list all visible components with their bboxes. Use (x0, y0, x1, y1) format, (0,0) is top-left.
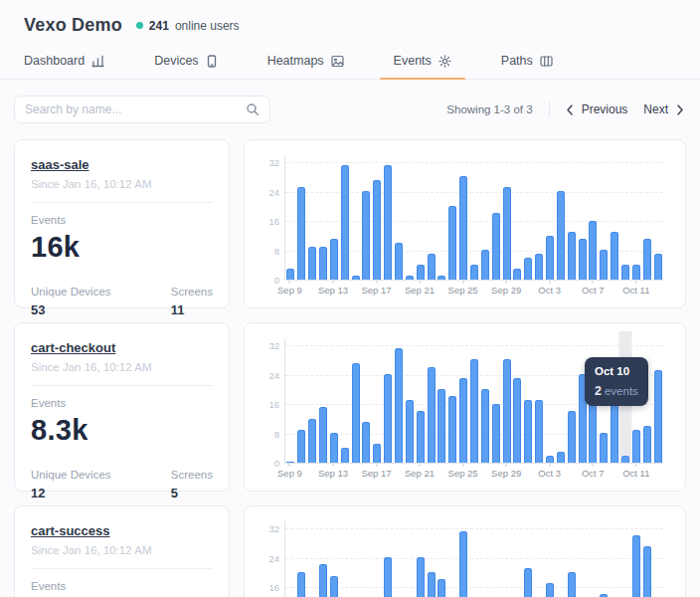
bar-slot[interactable] (631, 521, 642, 597)
bar-slot[interactable] (328, 521, 339, 597)
bar[interactable] (428, 572, 436, 597)
bar-slot[interactable] (555, 155, 566, 280)
bar[interactable] (481, 250, 489, 280)
bar-slot[interactable] (652, 155, 663, 280)
bar-slot[interactable] (458, 155, 469, 280)
bar[interactable] (417, 411, 425, 463)
bar[interactable] (557, 452, 565, 463)
bar-slot[interactable] (577, 521, 588, 597)
tab-devices[interactable]: Devices (140, 45, 231, 79)
bar-slot[interactable] (415, 338, 426, 463)
bar-slot[interactable] (350, 338, 361, 463)
bar-slot[interactable] (404, 521, 415, 597)
bar[interactable] (632, 265, 640, 280)
bar[interactable] (654, 254, 662, 280)
bar[interactable] (286, 462, 294, 463)
bar-slot[interactable] (307, 338, 318, 463)
bar-slot[interactable] (404, 338, 415, 463)
bar[interactable] (448, 206, 456, 280)
bar-slot[interactable] (285, 155, 296, 280)
bar-slot[interactable] (458, 338, 469, 463)
bar[interactable] (286, 269, 294, 280)
bar-slot[interactable] (350, 521, 361, 597)
bar[interactable] (438, 276, 445, 280)
bar[interactable] (589, 221, 597, 280)
bar[interactable] (568, 411, 576, 463)
tab-events[interactable]: Events (380, 45, 465, 79)
bar[interactable] (524, 400, 532, 463)
bar-slot[interactable] (318, 521, 329, 597)
bar-slot[interactable] (350, 155, 361, 280)
bar-slot[interactable] (652, 521, 663, 597)
bar-slot[interactable] (479, 338, 490, 463)
bar-slot[interactable] (296, 155, 307, 280)
bar[interactable] (459, 378, 467, 463)
bar-slot[interactable] (610, 521, 620, 597)
bar[interactable] (330, 433, 338, 463)
bar[interactable] (352, 276, 360, 280)
bar-slot[interactable] (328, 338, 339, 463)
bar-slot[interactable] (372, 521, 383, 597)
bar-slot[interactable] (307, 521, 318, 597)
bar[interactable] (492, 404, 500, 463)
bar[interactable] (384, 374, 392, 463)
bar-slot[interactable] (318, 338, 329, 463)
bar-slot[interactable] (512, 521, 523, 597)
bar[interactable] (621, 265, 629, 280)
bar-slot[interactable] (469, 521, 480, 597)
bar[interactable] (513, 378, 521, 463)
bar-slot[interactable] (588, 155, 599, 280)
event-name-link[interactable]: cart-success (31, 523, 110, 538)
bar-slot[interactable] (490, 338, 501, 463)
search-input[interactable] (25, 102, 246, 116)
bar-slot[interactable] (512, 155, 523, 280)
bar-slot[interactable] (620, 521, 631, 597)
bar-slot[interactable] (534, 338, 545, 463)
bar-slot[interactable] (361, 155, 372, 280)
bar[interactable] (406, 400, 414, 463)
bar[interactable] (362, 191, 370, 280)
bar-slot[interactable] (490, 521, 501, 597)
bar[interactable] (341, 165, 349, 280)
bar[interactable] (535, 254, 543, 280)
bar[interactable] (319, 407, 327, 463)
bar-slot[interactable] (339, 521, 350, 597)
bar-slot[interactable] (339, 155, 350, 280)
bar[interactable] (308, 419, 316, 463)
tab-paths[interactable]: Paths (487, 45, 567, 79)
bar[interactable] (330, 576, 338, 597)
bar-slot[interactable] (490, 155, 501, 280)
bar[interactable] (654, 370, 662, 463)
bar[interactable] (600, 250, 608, 280)
bar-slot[interactable] (339, 338, 350, 463)
bar-slot[interactable] (383, 338, 394, 463)
bar-slot[interactable] (285, 521, 296, 597)
tab-dashboard[interactable]: Dashboard (10, 45, 118, 79)
bar-slot[interactable] (652, 338, 663, 463)
bar[interactable] (492, 213, 500, 280)
bar-slot[interactable] (501, 338, 512, 463)
bar-slot[interactable] (523, 521, 534, 597)
bar-slot[interactable] (545, 155, 556, 280)
bar-slot[interactable] (534, 521, 545, 597)
bar[interactable] (459, 531, 467, 597)
bar-slot[interactable] (437, 155, 447, 280)
bar-slot[interactable] (545, 521, 556, 597)
bar-slot[interactable] (415, 155, 426, 280)
bar-slot[interactable] (447, 338, 458, 463)
bar-slot[interactable] (296, 338, 307, 463)
bar[interactable] (568, 232, 576, 280)
bar-slot[interactable] (534, 155, 545, 280)
bar[interactable] (621, 456, 629, 463)
bar[interactable] (308, 247, 316, 280)
bar-slot[interactable] (610, 155, 620, 280)
bar[interactable] (568, 572, 576, 597)
bar[interactable] (373, 444, 381, 463)
bar[interactable] (319, 247, 327, 280)
bar-slot[interactable] (437, 338, 447, 463)
bar-slot[interactable] (469, 338, 480, 463)
bar[interactable] (524, 258, 532, 280)
bar-slot[interactable] (599, 155, 610, 280)
bar[interactable] (297, 430, 305, 463)
bar[interactable] (384, 165, 392, 280)
